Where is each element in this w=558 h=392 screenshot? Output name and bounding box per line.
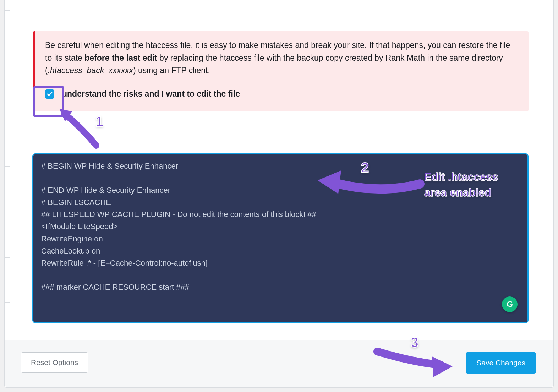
warning-text-italic: .htaccess_back_xxxxxx: [48, 66, 133, 75]
save-changes-button[interactable]: Save Changes: [466, 352, 536, 374]
check-icon: [46, 91, 53, 97]
warning-text-after: ) using an FTP client.: [133, 66, 210, 75]
footer-bar: Reset Options Save Changes: [5, 340, 553, 387]
grammarly-badge-icon[interactable]: G: [502, 296, 518, 312]
consent-row: understand the risks and I want to edit …: [45, 88, 519, 100]
grammarly-g: G: [507, 298, 513, 311]
htaccess-warning-notice: Be careful when editing the htaccess fil…: [33, 31, 529, 111]
annotation-arrow-2: [313, 160, 427, 202]
consent-checkbox[interactable]: [45, 89, 54, 99]
annotation-arrow-1: [57, 107, 100, 149]
annotation-arrow-3: [374, 344, 455, 380]
htaccess-editor[interactable]: # BEGIN WP Hide & Security Enhancer # EN…: [32, 153, 529, 323]
htaccess-editor-content: # BEGIN WP Hide & Security Enhancer # EN…: [41, 160, 520, 293]
consent-label: understand the risks and I want to edit …: [62, 88, 240, 100]
settings-panel: Be careful when editing the htaccess fil…: [4, 0, 554, 388]
warning-text-bold: before the last edit: [84, 53, 157, 62]
reset-options-button[interactable]: Reset Options: [21, 352, 88, 373]
